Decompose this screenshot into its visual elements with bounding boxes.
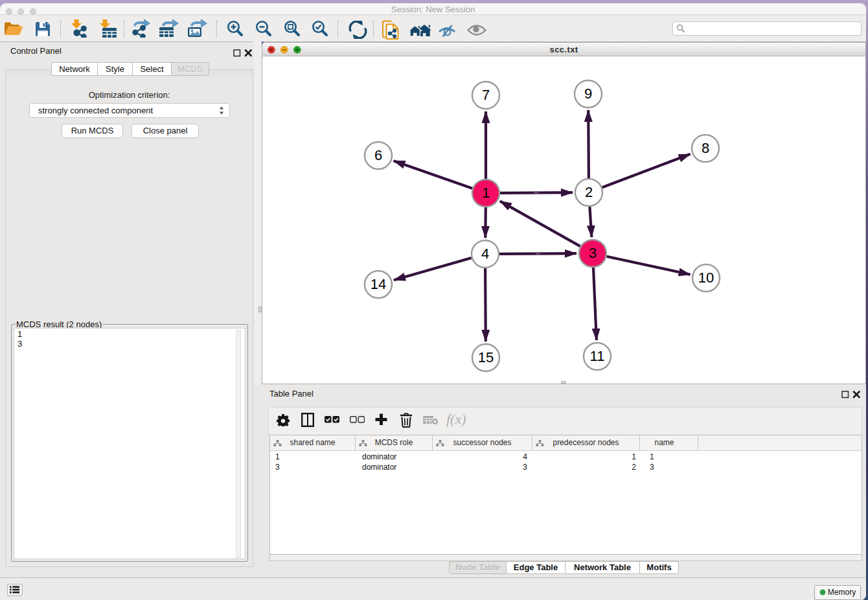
svg-text:14: 14: [371, 276, 386, 292]
svg-text:11: 11: [590, 348, 605, 364]
svg-text:4: 4: [481, 246, 489, 262]
svg-text:10: 10: [698, 270, 714, 286]
svg-text:15: 15: [478, 349, 494, 365]
svg-text:6: 6: [374, 147, 382, 163]
svg-text:9: 9: [584, 86, 592, 102]
svg-text:7: 7: [482, 87, 490, 103]
svg-text:3: 3: [589, 245, 597, 261]
svg-text:1: 1: [482, 185, 490, 201]
svg-text:2: 2: [585, 184, 593, 200]
svg-text:8: 8: [702, 140, 709, 156]
